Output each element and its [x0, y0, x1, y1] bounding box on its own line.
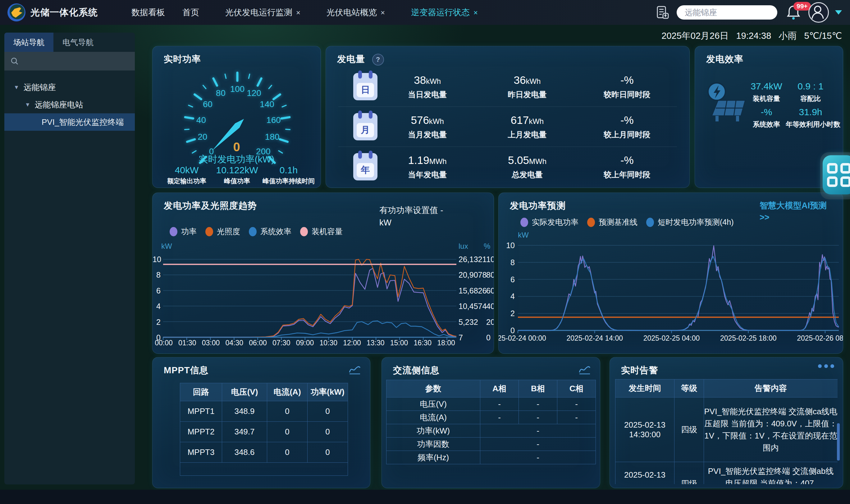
- calendar-day-icon: 日: [353, 73, 377, 100]
- legend-item-power[interactable]: 功率: [170, 227, 197, 237]
- nav-item-dashboard[interactable]: 数据看板: [131, 7, 165, 18]
- alarm-table-viewport: 发生时间 等级 告警内容 2025-02-13 14:30:00 四级 PVI_…: [615, 379, 837, 484]
- nav-tab-station-overview[interactable]: 光伏电站概览×: [326, 7, 385, 18]
- search-input[interactable]: [677, 5, 777, 20]
- sidebar-tab-station-nav[interactable]: 场站导航: [4, 33, 53, 52]
- tree-node-label: 远能锦座: [24, 82, 56, 93]
- peak-duration-value: 0.1h: [254, 165, 321, 176]
- legend-item-system-efficiency[interactable]: 系统效率: [249, 227, 291, 237]
- svg-text:120: 120: [247, 88, 261, 98]
- panel-title: 实时告警: [621, 364, 658, 377]
- weather: 小雨: [779, 31, 797, 41]
- help-icon[interactable]: ?: [372, 54, 384, 66]
- close-icon[interactable]: ×: [474, 8, 478, 17]
- tree-node-plant[interactable]: ▼ 远能锦座电站: [4, 96, 135, 113]
- panel-title: MPPT信息: [164, 364, 209, 377]
- nav-item-home[interactable]: 首页: [182, 7, 199, 18]
- legend-dot: [300, 227, 308, 236]
- notifications-button[interactable]: 99+: [785, 4, 803, 21]
- capacity-ratio-stat: 0.9 : 1容配比: [786, 81, 835, 103]
- power-forecast-chart: [499, 233, 843, 342]
- tree-node-site[interactable]: ▼ 远能锦座: [4, 78, 135, 96]
- panel-title: 发电功率及光照度趋势: [164, 200, 257, 212]
- line-chart-icon[interactable]: [578, 364, 591, 375]
- panel-title: 发电量 ?: [337, 53, 384, 66]
- legend-item-irradiance[interactable]: 光照度: [205, 227, 240, 237]
- energy-stat: 576kWh当月发电量: [377, 114, 477, 140]
- x-axis-ticks: 2025-02-24 00:002025-02-24 14:002025-02-…: [498, 334, 843, 343]
- power-irradiance-trend-panel: 发电功率及光照度趋势 有功功率设置值 -kW 功率 光照度 系统效率 装机容量 …: [152, 193, 494, 354]
- table-row: 电压(V)---: [387, 397, 596, 411]
- active-power-setting-note: 有功功率设置值 -kW: [379, 204, 443, 229]
- notification-badge: 99+: [794, 2, 811, 11]
- legend-item-short-term-forecast[interactable]: 短时发电功率预测(4h): [646, 217, 733, 227]
- col-header: 电流(A): [267, 383, 307, 401]
- legend-item-installed-capacity[interactable]: 装机容量: [300, 227, 343, 237]
- table-header-row: 参数 A相 B相 C相: [387, 380, 596, 397]
- bottom-bar: [0, 490, 850, 504]
- close-icon[interactable]: ×: [296, 8, 300, 17]
- mppt-info-panel: MPPT信息 回路 电压(V) 电流(A) 功率(kW) MPPT1348.90…: [152, 357, 370, 488]
- chart-legend: 实际发电功率 预测基准线 短时发电功率预测(4h): [520, 217, 742, 227]
- legend-dot: [249, 227, 256, 236]
- tree-node-terminal-selected[interactable]: PVI_智能光伏监控终端: [4, 113, 135, 131]
- alarm-content: PVI_智能光伏监控终端 交流侧ca线电压超限 当前值为：409.0V，上限值：…: [704, 397, 838, 462]
- energy-stat: 38kWh当日发电量: [377, 74, 477, 100]
- chevron-down-icon[interactable]: [835, 10, 842, 15]
- scrollbar-thumb[interactable]: [837, 423, 840, 461]
- more-options-icon[interactable]: [818, 364, 834, 368]
- ac-side-table: 参数 A相 B相 C相 电压(V)--- 电流(A)--- 功率(kW)- 功率…: [386, 380, 596, 464]
- close-icon[interactable]: ×: [380, 8, 385, 17]
- col-header: 电压(V): [222, 383, 267, 401]
- gauge-value: 0: [153, 140, 321, 154]
- calendar-year-icon: 年: [353, 153, 377, 180]
- legend-item-baseline[interactable]: 预测基准线: [587, 217, 637, 227]
- installed-capacity-stat: 37.4kW装机容量: [742, 81, 791, 103]
- legend-dot: [587, 218, 595, 227]
- table-header-row: 发生时间 等级 告警内容: [616, 379, 838, 397]
- sidebar-search-input[interactable]: [4, 52, 135, 71]
- sidebar: 场站导航 电气导航 ▼ 远能锦座 ▼ 远能锦座电站 PVI_智能光伏监控终端: [4, 33, 135, 484]
- svg-text:80: 80: [216, 88, 226, 98]
- legend-item-actual-power[interactable]: 实际发电功率: [520, 217, 579, 227]
- energy-stat: 5.05MWh总发电量: [477, 154, 577, 180]
- energy-row-month: 月 576kWh当月发电量 617kWh上月发电量 -%较上月同时段: [338, 107, 677, 147]
- station-tree: ▼ 远能锦座 ▼ 远能锦座电站 PVI_智能光伏监控终端: [4, 71, 135, 131]
- nav-tab-inverter-status[interactable]: 逆变器运行状态×: [411, 7, 478, 18]
- table-row: 功率因数-: [387, 437, 596, 451]
- avatar[interactable]: [808, 2, 829, 23]
- tree-expand-icon[interactable]: ▼: [25, 102, 31, 108]
- nav-tab-pv-monitoring[interactable]: 光伏发电运行监测×: [225, 7, 300, 18]
- energy-row-day: 日 38kWh当日发电量 36kWh昨日发电量 -%较昨日同时段: [338, 67, 677, 107]
- tree-expand-icon[interactable]: ▼: [14, 84, 19, 91]
- realtime-power-panel: 实时功率 020406080100120140160180200 0 实时发电功…: [152, 46, 321, 188]
- tree-node-label: PVI_智能光伏监控终端: [42, 117, 124, 128]
- sidebar-tab-electrical-nav[interactable]: 电气导航: [53, 33, 103, 52]
- quick-menu-button[interactable]: [823, 155, 850, 194]
- table-row: MPPT2349.700: [180, 422, 348, 442]
- app-title: 光储一体化系统: [31, 6, 98, 19]
- power-forecast-panel: 发电功率预测 智慧大模型AI预测>> 实际发电功率 预测基准线 短时发电功率预测…: [498, 193, 843, 354]
- equivalent-hours-stat: 31.9h年等效利用小时数: [786, 107, 835, 129]
- alarm-row: 2025-02-13 四级 PVI_智能光伏监控终端 交流侧ab线电压超限 当前…: [616, 462, 838, 484]
- ai-forecast-link[interactable]: 智慧大模型AI预测>>: [760, 200, 837, 223]
- line-chart-icon[interactable]: [348, 364, 361, 375]
- table-row: 频率(Hz)-: [387, 451, 596, 464]
- report-icon[interactable]: [656, 5, 670, 20]
- svg-text:60: 60: [203, 100, 213, 109]
- col-header: 参数: [387, 380, 480, 397]
- nav-tab-label: 光伏发电运行监测: [225, 8, 293, 17]
- col-header: 回路: [180, 383, 222, 401]
- panel-title: 发电效率: [706, 53, 743, 66]
- table-row: MPPT3348.600: [180, 442, 348, 463]
- legend-dot: [646, 218, 654, 227]
- energy-row-year: 年 1.19MWh当年发电量 5.05MWh总发电量 -%较上年同时段: [338, 147, 677, 187]
- table-row-empty: [180, 463, 348, 476]
- table-row: MPPT1348.900: [180, 401, 348, 422]
- table-row: 功率(kW)-: [387, 424, 596, 437]
- col-header: B相: [519, 380, 557, 397]
- chart-legend: 功率 光照度 系统效率 装机容量: [170, 227, 351, 237]
- col-header: 发生时间: [616, 379, 674, 397]
- system-efficiency-stat: -%系统效率: [742, 107, 791, 129]
- nav-tab-label: 光伏电站概览: [326, 8, 377, 17]
